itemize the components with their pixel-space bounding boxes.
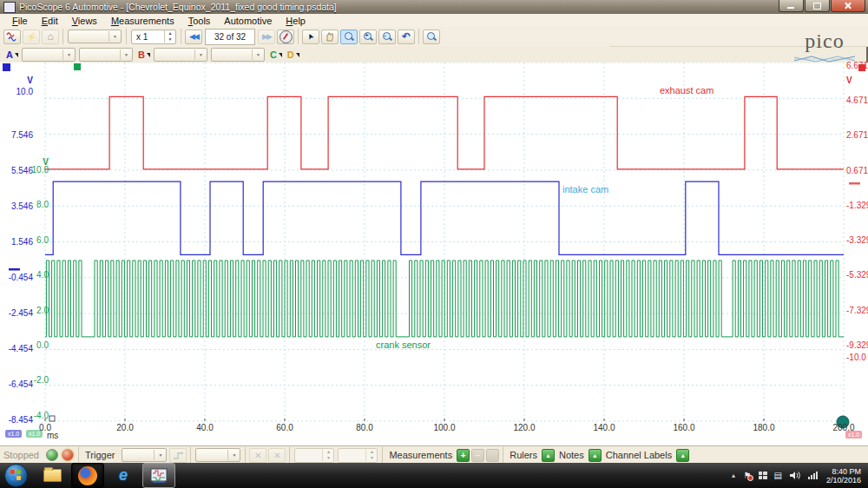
red-axis-tick: -1.329 <box>846 201 868 210</box>
scope-view[interactable]: exhaust cam intake cam crank sensor x1.0… <box>0 63 868 445</box>
network-signal-icon[interactable] <box>807 472 818 479</box>
start-button[interactable] <box>4 464 28 487</box>
spin-down-icon[interactable]: ▼ <box>323 455 333 461</box>
home-icon: ⌂ <box>47 30 53 43</box>
minimize-button[interactable] <box>779 0 804 12</box>
channel-a-ground-marker[interactable] <box>9 268 20 271</box>
waveform-plot[interactable] <box>0 63 868 445</box>
action-center-icon[interactable]: ⚑ <box>744 471 752 480</box>
move-ruler-right-button[interactable]: ✕ <box>268 448 286 463</box>
rulers-toggle[interactable]: ▴ <box>542 449 555 462</box>
restore-icon <box>813 3 821 10</box>
zoom-in-tool[interactable]: + <box>359 30 377 44</box>
auto-setup-button[interactable]: ⚡ <box>23 30 40 44</box>
spin-up-icon[interactable]: ▲ <box>366 449 377 455</box>
normal-selection-tool[interactable]: ➤ <box>302 30 319 44</box>
channel-a-range-select[interactable]: ▼ <box>22 48 76 62</box>
edit-measurement-button[interactable] <box>486 449 499 462</box>
buffer-previous-button[interactable]: ◀◀ <box>185 30 202 44</box>
channel-c-offset-marker[interactable] <box>49 416 55 421</box>
menu-item-automotive[interactable]: Automotive <box>217 16 279 26</box>
channel-b-probe-select[interactable]: ▼ <box>211 48 265 62</box>
notes-toggle[interactable]: ▴ <box>589 449 602 462</box>
red-axis-tick: -5.329 <box>846 271 868 280</box>
move-ruler-left-button[interactable]: ✕ <box>249 448 266 463</box>
menu-item-file[interactable]: File <box>5 16 35 26</box>
title-bar[interactable]: PicoScope 6 Automotive - [Chevrolet_Equi… <box>0 0 868 14</box>
zoom-out-tool[interactable]: - <box>378 30 396 44</box>
zoom-factor-spinner[interactable]: x 1 ▲▼ <box>131 30 176 44</box>
channel-b-range-select[interactable]: ▼ <box>154 48 207 62</box>
home-button[interactable]: ⌂ <box>42 30 59 44</box>
crank-sensor-trace[interactable] <box>45 260 844 337</box>
menu-item-tools[interactable]: Tools <box>181 16 218 26</box>
compass-icon <box>279 30 293 43</box>
trigger-source-select[interactable]: ▼ <box>195 448 240 462</box>
close-button[interactable] <box>831 0 865 12</box>
trigger-threshold-spinner[interactable]: ▲▼ <box>294 448 334 463</box>
clock-time: 8:40 PM <box>826 467 861 476</box>
buffer-next-button[interactable]: ▶▶ <box>258 30 275 44</box>
pre-trigger-spinner[interactable]: ▲▼ <box>338 448 378 463</box>
stop-capture-button[interactable] <box>62 449 74 461</box>
pointer-icon: ➤ <box>306 31 316 41</box>
close-icon <box>844 2 852 10</box>
pico-logo: pico Technology <box>785 31 865 61</box>
tray-expand-chevron[interactable]: ▲ <box>731 472 737 478</box>
minimize-icon <box>787 7 794 9</box>
buffer-navigator-button[interactable] <box>277 30 294 44</box>
toggle-arrow-icon: ▴ <box>593 452 596 459</box>
red-axis-tick: 4.671 <box>846 96 868 105</box>
channel-b-ground-marker[interactable] <box>849 182 860 185</box>
lightning-icon: ⚡ <box>26 32 36 42</box>
channel-a-probe-select[interactable]: ▼ <box>79 48 133 62</box>
buffer-position-box[interactable]: 32 of 32 <box>205 29 255 45</box>
menu-item-edit[interactable]: Edit <box>35 16 65 26</box>
taskbar-ie-button[interactable]: e <box>108 464 139 487</box>
crank-sensor-label[interactable]: crank sensor <box>376 340 431 350</box>
windows-update-icon[interactable] <box>759 472 767 479</box>
spin-up-icon[interactable]: ▲ <box>323 449 333 455</box>
taskbar-clock[interactable]: 8:40 PM 2/10/2016 <box>826 467 861 485</box>
zoom-overview-button[interactable] <box>423 30 440 44</box>
undo-zoom-button[interactable]: ↶ <box>398 30 415 44</box>
channel-b-button[interactable]: B <box>138 49 150 60</box>
time-axis-tick: 60.0 <box>266 424 304 432</box>
taskbar-explorer-button[interactable] <box>36 464 68 487</box>
channel-labels-toggle[interactable]: ▴ <box>676 449 689 462</box>
restore-button[interactable] <box>805 0 830 12</box>
exhaust-cam-label[interactable]: exhaust cam <box>660 85 713 96</box>
trigger-label: Trigger <box>85 450 115 460</box>
channel-c-scroll-marker[interactable] <box>74 63 81 70</box>
channel-d-button[interactable]: D <box>287 49 299 60</box>
green-axis-tick: -4.0 <box>19 412 49 420</box>
green-axis-tick: -2.0 <box>19 376 49 385</box>
measurements-label: Measurements <box>389 450 452 460</box>
add-measurement-button[interactable]: + <box>457 449 470 462</box>
waveform-capture-button[interactable] <box>3 30 21 44</box>
start-capture-button[interactable] <box>46 449 58 461</box>
hand-tool[interactable] <box>321 30 339 44</box>
intake-cam-label[interactable]: intake cam <box>562 184 608 195</box>
time-axis-tick: 80.0 <box>345 424 384 432</box>
menu-item-measurements[interactable]: Measurements <box>104 16 181 26</box>
spin-down-icon[interactable]: ▼ <box>165 36 175 43</box>
channel-c-button[interactable]: C <box>270 49 282 60</box>
channel-a-scroll-marker[interactable] <box>3 63 10 71</box>
menu-item-views[interactable]: Views <box>65 16 104 26</box>
remove-measurement-button[interactable]: − <box>471 449 484 462</box>
volume-icon[interactable] <box>789 471 800 480</box>
channel-a-button[interactable]: A <box>6 49 18 60</box>
spin-down-icon[interactable]: ▼ <box>366 455 377 461</box>
intake-cam-trace[interactable] <box>45 181 844 254</box>
trigger-edge-button[interactable] <box>169 448 187 463</box>
trigger-mode-select[interactable]: ▼ <box>122 448 167 462</box>
menu-item-help[interactable]: Help <box>279 16 312 26</box>
taskbar-firefox-button[interactable] <box>71 463 104 488</box>
taskbar-picoscope-button[interactable] <box>142 463 175 488</box>
view-select[interactable]: ▼ <box>68 30 122 43</box>
green-axis-tick: 4.0 <box>19 271 49 280</box>
sticky-notes-icon[interactable]: ▤ <box>774 471 782 480</box>
spin-up-icon[interactable]: ▲ <box>165 30 175 36</box>
window-zoom-tool[interactable] <box>340 30 358 44</box>
